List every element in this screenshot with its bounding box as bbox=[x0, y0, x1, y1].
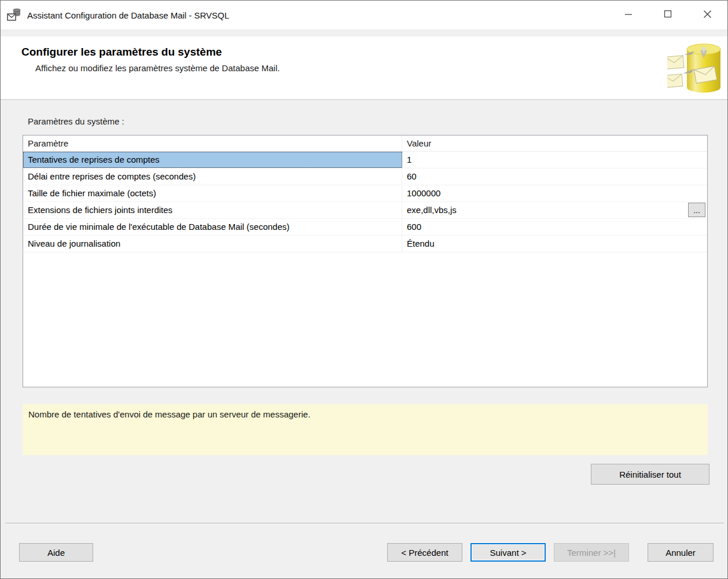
footer-separator bbox=[5, 523, 724, 524]
cancel-button[interactable]: Annuler bbox=[648, 543, 714, 562]
value-cell[interactable]: 1000000 bbox=[402, 185, 707, 201]
table-row[interactable]: Tentatives de reprises de comptes1 bbox=[23, 152, 707, 168]
param-cell[interactable]: Tentatives de reprises de comptes bbox=[23, 152, 402, 168]
minimize-button[interactable] bbox=[609, 1, 648, 27]
param-cell[interactable]: Niveau de journalisation bbox=[23, 236, 402, 252]
maximize-icon bbox=[664, 10, 672, 18]
value-cell[interactable]: 60 bbox=[402, 168, 707, 185]
back-button[interactable]: < Précédent bbox=[387, 543, 462, 562]
wizard-header: Configurer les paramètres du système Aff… bbox=[1, 36, 727, 100]
parameter-description-box: Nombre de tentatives d'envoi de message … bbox=[23, 404, 708, 455]
value-cell[interactable]: 1 bbox=[402, 152, 707, 168]
settings-label: Paramètres du système : bbox=[28, 116, 124, 126]
database-mail-icon bbox=[667, 39, 723, 97]
param-cell[interactable]: Taille de fichier maximale (octets) bbox=[23, 185, 402, 201]
column-header-value[interactable]: Valeur bbox=[402, 135, 707, 151]
reset-all-button[interactable]: Réinitialiser tout bbox=[591, 464, 709, 485]
close-icon bbox=[703, 10, 712, 19]
database-mail-app-icon bbox=[6, 8, 21, 23]
close-button[interactable] bbox=[687, 1, 727, 27]
page-title: Configurer les paramètres du système bbox=[21, 46, 222, 58]
table-row[interactable]: Durée de vie minimale de l'exécutable de… bbox=[23, 219, 707, 236]
settings-table-header: Paramètre Valeur bbox=[23, 135, 707, 152]
window-title: Assistant Configuration de Database Mail… bbox=[27, 10, 229, 20]
settings-table-rows: Tentatives de reprises de comptes1Délai … bbox=[23, 152, 707, 252]
table-row[interactable]: Niveau de journalisationÉtendu bbox=[23, 236, 707, 252]
window-controls bbox=[609, 1, 727, 27]
settings-table: Paramètre Valeur Tentatives de reprises … bbox=[23, 135, 708, 387]
table-row[interactable]: Délai entre reprises de comptes (seconde… bbox=[23, 168, 707, 185]
title-bar: Assistant Configuration de Database Mail… bbox=[1, 1, 727, 30]
page-subtitle: Affichez ou modifiez les paramètres syst… bbox=[35, 63, 280, 73]
titlebar-divider bbox=[1, 30, 727, 36]
minimize-icon bbox=[624, 10, 633, 18]
param-cell[interactable]: Délai entre reprises de comptes (seconde… bbox=[23, 168, 402, 185]
param-cell[interactable]: Durée de vie minimale de l'exécutable de… bbox=[23, 219, 402, 235]
column-header-parameter[interactable]: Paramètre bbox=[23, 135, 402, 151]
param-cell[interactable]: Extensions de fichiers joints interdites bbox=[23, 202, 402, 218]
value-cell[interactable]: Étendu bbox=[402, 236, 707, 252]
finish-button: Terminer >>| bbox=[554, 543, 629, 562]
wizard-content: Paramètres du système : Paramètre Valeur… bbox=[1, 100, 727, 578]
wizard-window: Assistant Configuration de Database Mail… bbox=[0, 0, 728, 579]
next-button[interactable]: Suivant > bbox=[470, 543, 546, 562]
help-button[interactable]: Aide bbox=[19, 543, 93, 562]
value-cell[interactable]: exe,dll,vbs,js... bbox=[402, 202, 707, 218]
maximize-button[interactable] bbox=[648, 1, 687, 27]
value-cell[interactable]: 600 bbox=[402, 219, 707, 235]
table-row[interactable]: Extensions de fichiers joints interdites… bbox=[23, 202, 707, 219]
table-row[interactable]: Taille de fichier maximale (octets)10000… bbox=[23, 185, 707, 202]
browse-button[interactable]: ... bbox=[688, 203, 705, 217]
